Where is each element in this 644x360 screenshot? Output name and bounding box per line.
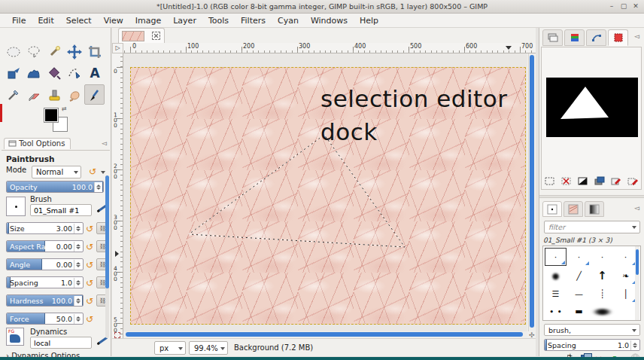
ink-tool-icon[interactable] [64, 63, 84, 84]
panel-menu-icon[interactable]: ◅ [102, 139, 107, 147]
crop-tool-icon[interactable] [84, 41, 105, 62]
menu-select[interactable]: Select [60, 14, 98, 27]
brush-name-box[interactable]: 01_Small #1 [30, 204, 92, 216]
force-spinner[interactable] [74, 314, 82, 324]
align-tool-icon[interactable] [3, 63, 23, 84]
dynamics-value-box[interactable]: local [30, 337, 92, 349]
menu-view[interactable]: View [98, 14, 129, 27]
brush-cell[interactable]: ● [568, 316, 590, 321]
hardness-reset-icon[interactable]: ↺ [86, 296, 93, 307]
brush-tag-select[interactable]: brush, [544, 324, 640, 336]
tab-brushes[interactable] [542, 201, 562, 217]
tab-channels[interactable] [564, 29, 585, 46]
brush-cell[interactable]: │ [615, 285, 636, 303]
menu-edit[interactable]: Edit [32, 14, 59, 27]
brush-grid-scrollbar[interactable] [635, 246, 639, 320]
opacity-spinner[interactable] [94, 182, 102, 192]
move-tool-icon[interactable] [64, 41, 84, 62]
size-spinner[interactable] [74, 224, 82, 233]
tab-gradients[interactable] [585, 201, 604, 217]
brushes-menu-icon[interactable]: ◅ [634, 204, 639, 212]
vertical-ruler[interactable]: 0 100 200 300 400 500 [112, 53, 123, 356]
clone-tool-icon[interactable] [44, 84, 64, 105]
force-slider[interactable]: Force 50.0 [6, 313, 84, 325]
brush-preview[interactable] [6, 197, 26, 216]
spacing-slider[interactable]: Spacing 1.0 [6, 276, 84, 288]
smudge-tool-icon[interactable] [64, 84, 84, 105]
brush-cell[interactable]: ● [591, 316, 613, 321]
brush-cell[interactable]: — [568, 285, 590, 303]
brush-spacing-slider[interactable]: Spacing 1.0 [544, 339, 640, 351]
aspect-ratio-reset-icon[interactable]: ↺ [86, 242, 93, 252]
tab-patterns[interactable] [564, 201, 583, 217]
menu-filters[interactable]: Filters [235, 14, 272, 27]
brush-cell[interactable]: · [568, 248, 590, 266]
spacing-spinner[interactable] [74, 278, 82, 288]
stroke-selection-button[interactable] [627, 175, 638, 187]
brush-grid[interactable]: · · · · ● ╱ ↑ ❧ ☰ — ┊ │ ∙ ∙ ▬ ● ● ● ● [542, 246, 641, 321]
tab-layers[interactable] [542, 29, 563, 46]
canvas-viewport[interactable]: selection editor dock [123, 53, 527, 331]
close-button[interactable]: ✕ [630, 2, 641, 11]
tab-paths[interactable] [586, 29, 606, 46]
menu-cyan[interactable]: Cyan [272, 14, 305, 27]
quick-mask-toggle[interactable] [114, 332, 120, 338]
angle-spinner[interactable] [74, 260, 82, 270]
navigation-icon[interactable]: ✣ [529, 332, 535, 338]
horizontal-scrollbar[interactable] [123, 331, 527, 338]
maximize-button[interactable]: ▢ [618, 2, 629, 11]
angle-reset-icon[interactable]: ↺ [86, 260, 93, 270]
ruler-origin-button[interactable]: ▷ [112, 43, 123, 53]
brush-cell[interactable]: ↑ [591, 267, 613, 285]
swap-colors-icon[interactable]: ⇄ [62, 105, 67, 112]
dock-menu-icon[interactable]: ◅ [634, 32, 639, 40]
text-tool-icon[interactable]: A [84, 63, 105, 84]
tab-tool-options[interactable]: Tool Options [4, 138, 71, 149]
brush-cell[interactable]: ● [545, 316, 567, 321]
tab-selection-editor[interactable] [608, 29, 628, 46]
minimize-button[interactable]: – [606, 2, 617, 11]
brush-cell[interactable]: · [615, 248, 636, 266]
free-select-tool-icon[interactable] [23, 41, 44, 62]
aspect-ratio-spinner[interactable] [74, 242, 82, 252]
size-reset-icon[interactable]: ↺ [86, 224, 93, 234]
menu-windows[interactable]: Windows [305, 14, 354, 27]
aspect-ratio-slider[interactable]: Aspect Ratio 0.00 [6, 240, 84, 252]
brush-spacing-spinner[interactable] [630, 340, 639, 350]
dock-splitter[interactable] [539, 195, 644, 198]
zoom-select[interactable]: 99.4% [189, 341, 228, 355]
hardness-spinner[interactable] [74, 296, 82, 306]
edit-dynamics-icon[interactable] [96, 340, 108, 342]
horizontal-ruler[interactable]: 0 100 200 300 400 500 600 700 [123, 43, 536, 53]
size-slider[interactable]: Size 3.00 [6, 222, 84, 234]
handle-transform-tool-icon[interactable] [44, 63, 64, 84]
menu-help[interactable]: Help [354, 14, 384, 27]
brush-cell-selected[interactable]: · [545, 248, 567, 266]
dynamics-preview[interactable]: FG [6, 328, 24, 346]
brush-cell[interactable]: ❧ [615, 267, 636, 285]
brush-cell[interactable]: ╱ [568, 267, 590, 285]
brush-cell[interactable]: · [591, 248, 613, 266]
angle-slider[interactable]: Angle 0.00 [6, 258, 84, 270]
menu-image[interactable]: Image [129, 14, 167, 27]
brush-cell[interactable]: ● [545, 267, 567, 285]
image-tab[interactable] [118, 28, 165, 43]
tool-options-scrollbar[interactable] [105, 175, 109, 338]
brush-filter-input[interactable]: filter [544, 221, 640, 233]
menu-layer[interactable]: Layer [167, 14, 202, 27]
mode-reset-icon[interactable]: ↺ [89, 167, 96, 176]
close-image-icon[interactable] [152, 32, 160, 40]
brush-cell[interactable]: ┊ [591, 285, 613, 303]
warp-transform-tool-icon[interactable] [23, 63, 44, 84]
mode-select[interactable]: Normal [32, 166, 81, 178]
ellipse-select-tool-icon[interactable] [3, 41, 23, 62]
foreground-color-swatch[interactable] [44, 108, 59, 123]
spacing-reset-icon[interactable]: ↺ [86, 278, 93, 288]
opacity-slider[interactable]: Opacity 100.0 [6, 181, 104, 193]
fuzzy-select-tool-icon[interactable] [44, 41, 64, 62]
invert-selection-button[interactable] [577, 175, 588, 187]
menu-file[interactable]: File [6, 14, 32, 27]
save-to-channel-button[interactable] [594, 175, 605, 187]
force-reset-icon[interactable]: ↺ [86, 314, 93, 325]
menu-tools[interactable]: Tools [202, 14, 235, 27]
